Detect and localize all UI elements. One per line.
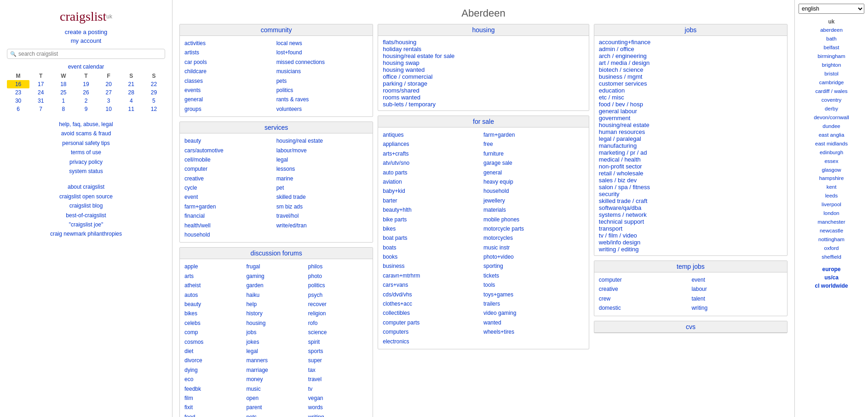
services-item[interactable]: marine (276, 174, 368, 183)
jobs-item[interactable]: etc / misc (599, 94, 782, 101)
calendar-day[interactable]: 17 (38, 81, 44, 87)
jobs-item[interactable]: manufacturing (599, 142, 782, 149)
services-item[interactable]: travel/hol (276, 211, 368, 220)
jobs-item[interactable]: business / mgmt (599, 73, 782, 80)
housing-item[interactable]: rooms/shared (383, 87, 584, 94)
forum-item[interactable]: feedbk (184, 384, 244, 394)
calendar-day[interactable]: 23 (15, 89, 21, 96)
jobs-item[interactable]: technical support (599, 218, 782, 225)
calendar-day[interactable]: 1 (62, 98, 65, 104)
forsale-item[interactable]: mobile phones (483, 215, 584, 224)
forum-item[interactable]: housing (246, 319, 306, 328)
community-item[interactable]: volunteers (276, 104, 368, 114)
forum-item[interactable]: divorce (184, 356, 244, 365)
uk-city-link[interactable]: bristol (799, 70, 864, 78)
housing-item[interactable]: flats/housing (383, 39, 584, 46)
forum-item[interactable]: food (184, 412, 244, 417)
forsale-item[interactable]: music instr (483, 243, 584, 252)
discussion-forums-header[interactable]: discussion forums (251, 249, 302, 257)
forsale-item[interactable]: tools (483, 280, 584, 290)
forsale-item[interactable]: antiques (383, 130, 483, 139)
forsale-item[interactable]: aviation (383, 177, 483, 186)
forsale-item[interactable]: boats (383, 243, 483, 252)
calendar-day[interactable]: 3 (107, 98, 110, 104)
housing-header[interactable]: housing (472, 26, 494, 34)
forum-item[interactable]: pets (246, 412, 306, 417)
forsale-item[interactable]: collectibles (383, 308, 483, 318)
forsale-item[interactable]: wheels+tires (483, 327, 584, 336)
uk-city-link[interactable]: liverpool (799, 200, 864, 209)
forum-item[interactable]: tax (308, 365, 368, 375)
community-item[interactable]: pets (276, 76, 368, 86)
forsale-item[interactable]: bike parts (383, 215, 483, 224)
calendar-day[interactable]: 25 (60, 89, 66, 96)
uk-city-link[interactable]: dundee (799, 122, 864, 131)
temp-job-item[interactable]: writing (691, 303, 782, 313)
uk-city-link[interactable]: edinburgh (799, 148, 864, 157)
forsale-item[interactable]: materials (483, 205, 584, 214)
forsale-item[interactable]: computers (383, 327, 483, 336)
forum-item[interactable]: comp (184, 328, 244, 337)
jobs-item[interactable]: non-profit sector (599, 163, 782, 170)
forum-item[interactable]: fixit (184, 403, 244, 412)
forum-item[interactable]: parent (246, 403, 306, 412)
community-item[interactable]: rants & raves (276, 95, 368, 104)
clworldwide-divider[interactable]: cl worldwide (799, 283, 864, 289)
forsale-item[interactable]: beauty+hlth (383, 205, 483, 214)
housing-item[interactable]: rooms wanted (383, 94, 584, 101)
calendar-day[interactable]: 18 (60, 81, 66, 87)
services-item[interactable]: financial (184, 211, 276, 220)
forum-item[interactable]: travel (308, 375, 368, 384)
temp-jobs-header[interactable]: temp jobs (677, 263, 705, 270)
uk-city-link[interactable]: glasgow (799, 166, 864, 174)
language-select[interactable]: english (799, 4, 864, 14)
jobs-item[interactable]: writing / editing (599, 246, 782, 253)
calendar-day[interactable]: 31 (38, 98, 44, 104)
jobs-item[interactable]: sales / biz dev (599, 177, 782, 184)
housing-item[interactable]: housing/real estate for sale (383, 52, 584, 59)
services-item[interactable]: sm biz ads (276, 202, 368, 211)
jobs-item[interactable]: tv / film / video (599, 232, 782, 239)
sidebar-about-link[interactable]: "craigslist joe" (7, 220, 165, 229)
forum-item[interactable]: rofo (308, 319, 368, 328)
forsale-item[interactable]: books (383, 252, 483, 261)
community-item[interactable]: classes (184, 76, 276, 86)
uk-city-link[interactable]: london (799, 209, 864, 218)
sidebar-link[interactable]: terms of use (7, 148, 165, 157)
for-sale-header[interactable]: for sale (473, 118, 494, 125)
community-item[interactable]: activities (184, 39, 276, 48)
services-item[interactable]: legal (276, 155, 368, 164)
uk-city-link[interactable]: coventry (799, 96, 864, 104)
services-item[interactable]: computer (184, 164, 276, 174)
forsale-item[interactable]: tickets (483, 271, 584, 280)
uk-city-link[interactable]: manchester (799, 218, 864, 226)
forum-item[interactable]: cosmos (184, 337, 244, 347)
calendar-day[interactable]: 11 (128, 106, 134, 112)
forum-item[interactable]: diet (184, 347, 244, 356)
uk-city-link[interactable]: belfast (799, 43, 864, 52)
calendar-day[interactable]: 26 (83, 89, 89, 96)
forum-item[interactable]: spirit (308, 337, 368, 347)
forsale-item[interactable]: arts+crafts (383, 149, 483, 158)
uk-city-link[interactable]: devon/cornwall (799, 113, 864, 122)
forum-item[interactable]: vegan (308, 394, 368, 403)
services-item[interactable]: cell/mobile (184, 155, 276, 164)
calendar-day[interactable]: 28 (128, 89, 134, 96)
jobs-item[interactable]: accounting+finance (599, 39, 782, 46)
uk-city-link[interactable]: nottingham (799, 235, 864, 244)
calendar-day[interactable]: 8 (62, 106, 65, 112)
housing-item[interactable]: parking / storage (383, 80, 584, 87)
forsale-item[interactable]: trailers (483, 299, 584, 308)
forum-item[interactable]: marriage (246, 365, 306, 375)
forum-item[interactable]: help (246, 300, 306, 309)
jobs-item[interactable]: customer services (599, 80, 782, 87)
forum-item[interactable]: money (246, 375, 306, 384)
services-item[interactable]: pet (276, 183, 368, 192)
jobs-header[interactable]: jobs (685, 26, 697, 34)
forum-item[interactable]: science (308, 328, 368, 337)
uk-city-link[interactable]: cambridge (799, 78, 864, 87)
forum-item[interactable]: garden (246, 281, 306, 290)
temp-job-item[interactable]: domestic (599, 303, 690, 313)
community-item[interactable]: groups (184, 104, 276, 114)
forum-item[interactable]: apple (184, 262, 244, 271)
